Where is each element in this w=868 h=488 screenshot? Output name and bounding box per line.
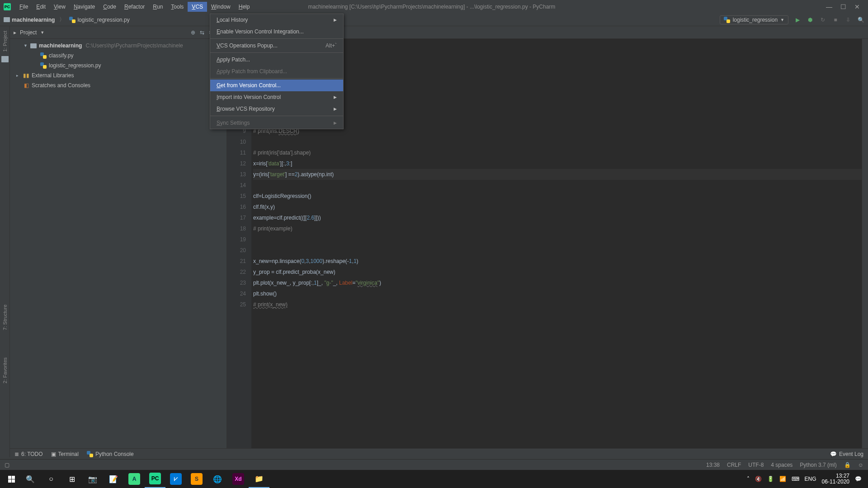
camera-app[interactable]: 📷 bbox=[82, 470, 103, 488]
code-line[interactable]: # print(x_new) bbox=[253, 299, 862, 310]
code-line[interactable]: example=clf.predict(([[2.6]])) bbox=[253, 212, 862, 223]
vcs-menu-item[interactable]: Browse VCS Repository▶ bbox=[210, 103, 343, 115]
android-studio-app[interactable]: A bbox=[124, 470, 145, 488]
code-line[interactable] bbox=[253, 136, 862, 147]
code-line[interactable]: x_new=np.linspace(0,3,1000).reshape(-1,1… bbox=[253, 256, 862, 267]
folder-icon[interactable] bbox=[1, 56, 9, 62]
structure-tool-tab[interactable]: 7: Structure bbox=[2, 305, 8, 330]
volume-icon[interactable]: 🔇 bbox=[755, 476, 762, 482]
menu-tools[interactable]: Tools bbox=[167, 2, 188, 12]
vscode-app[interactable]: ⩗ bbox=[165, 470, 186, 488]
code-line[interactable]: # print(iris['data'].shape) bbox=[253, 147, 862, 158]
run-configuration-selector[interactable]: logistic_regression ▼ bbox=[720, 15, 788, 24]
code-line[interactable] bbox=[253, 104, 862, 115]
run-button[interactable]: ▶ bbox=[794, 16, 801, 23]
menu-edit[interactable]: Edit bbox=[32, 2, 50, 12]
pycharm-app[interactable]: PC bbox=[145, 470, 165, 488]
run-with-coverage-button[interactable]: ↻ bbox=[819, 16, 826, 23]
vcs-menu-item[interactable]: Enable Version Control Integration... bbox=[210, 26, 343, 38]
update-project-button[interactable]: ⇩ bbox=[844, 16, 852, 23]
lock-icon[interactable]: 🔒 bbox=[844, 462, 851, 468]
code-line[interactable]: clf=LogisticRegression() bbox=[253, 191, 862, 202]
notes-app[interactable]: 📝 bbox=[103, 470, 124, 488]
terminal-tool-button[interactable]: ▣ Terminal bbox=[51, 451, 79, 457]
code-line[interactable]: ris() bbox=[253, 82, 862, 93]
battery-icon[interactable]: 🔋 bbox=[767, 476, 774, 482]
code-line[interactable] bbox=[253, 61, 862, 71]
inspector-icon[interactable]: ☺ bbox=[858, 462, 863, 468]
tree-scratches[interactable]: ◧ Scratches and Consoles bbox=[10, 80, 226, 90]
code-line[interactable]: x=iris['data'][:,3:] bbox=[253, 158, 862, 169]
maximize-button[interactable]: ☐ bbox=[840, 3, 846, 10]
file-encoding[interactable]: UTF-8 bbox=[748, 462, 764, 468]
clock[interactable]: 13:27 06-11-2020 bbox=[822, 473, 849, 485]
task-view-button[interactable]: ⊞ bbox=[61, 470, 82, 488]
code-line[interactable] bbox=[253, 234, 862, 245]
keyboard-icon[interactable]: ⌨ bbox=[792, 476, 799, 482]
indent-setting[interactable]: 4 spaces bbox=[771, 462, 793, 468]
code-line[interactable]: plot as plt bbox=[253, 39, 862, 50]
code-line[interactable]: model import LogisticRegression bbox=[253, 71, 862, 82]
tray-expand-icon[interactable]: ˄ bbox=[747, 476, 750, 482]
chrome-app[interactable]: 🌐 bbox=[207, 470, 228, 488]
stop-button[interactable]: ■ bbox=[832, 16, 839, 23]
file-explorer-app[interactable]: 📁 bbox=[249, 470, 269, 488]
debug-button[interactable]: ⬢ bbox=[807, 16, 814, 23]
vcs-menu-item[interactable]: Apply Patch... bbox=[210, 54, 343, 66]
search-button[interactable]: 🔍 bbox=[20, 470, 41, 488]
menu-run[interactable]: Run bbox=[149, 2, 167, 12]
minimize-button[interactable]: — bbox=[826, 3, 832, 10]
tool-windows-toggle-icon[interactable]: ▢ bbox=[5, 462, 9, 468]
sublime-app[interactable]: S bbox=[186, 470, 207, 488]
vcs-menu-item[interactable]: Import into Version Control▶ bbox=[210, 91, 343, 103]
menu-refactor[interactable]: Refactor bbox=[120, 2, 149, 12]
code-line[interactable]: # print(iris.DESCR) bbox=[253, 126, 862, 136]
event-log-button[interactable]: 💬 Event Log bbox=[830, 451, 863, 457]
todo-tool-button[interactable]: ≣ 6: TODO bbox=[14, 451, 43, 457]
code-line[interactable]: # print(example) bbox=[253, 223, 862, 234]
vcs-menu-item[interactable]: Get from Version Control... bbox=[210, 80, 343, 91]
menu-help[interactable]: Help bbox=[235, 2, 254, 12]
menu-navigate[interactable]: Navigate bbox=[70, 2, 99, 12]
code-line[interactable]: clf.fit(x,y) bbox=[253, 202, 862, 212]
tree-project-root[interactable]: ▼ machinelearning C:\Users\hp\PycharmPro… bbox=[10, 41, 226, 51]
close-button[interactable]: ✕ bbox=[854, 3, 860, 10]
cursor-position[interactable]: 13:38 bbox=[706, 462, 720, 468]
line-separator[interactable]: CRLF bbox=[727, 462, 741, 468]
notifications-icon[interactable]: 💬 bbox=[855, 476, 862, 482]
code-line[interactable] bbox=[253, 180, 862, 191]
menu-window[interactable]: Window bbox=[207, 2, 235, 12]
menu-view[interactable]: View bbox=[50, 2, 70, 12]
code-line[interactable] bbox=[253, 245, 862, 256]
vcs-menu-item[interactable]: Local History▶ bbox=[210, 14, 343, 26]
code-line[interactable]: y=(iris['target'] ==2).astype(np.int) bbox=[253, 169, 862, 180]
language-indicator[interactable]: ENG bbox=[805, 476, 816, 482]
wifi-icon[interactable]: 📶 bbox=[779, 476, 786, 482]
python-interpreter[interactable]: Python 3.7 (ml) bbox=[800, 462, 836, 468]
code-line[interactable]: eys())) bbox=[253, 93, 862, 104]
python-console-tool-button[interactable]: Python Console bbox=[87, 451, 134, 457]
expand-all-icon[interactable]: ⇆ bbox=[200, 29, 204, 36]
code-line[interactable]: # print(iris['data']) bbox=[253, 115, 862, 126]
locate-icon[interactable]: ⊕ bbox=[191, 29, 195, 36]
project-tool-tab[interactable]: 1: Project bbox=[2, 31, 8, 52]
project-panel-title[interactable]: ▸ Project ▼ bbox=[14, 29, 44, 36]
tree-file[interactable]: logistic_regression.py bbox=[10, 61, 226, 70]
tree-external-libraries[interactable]: ▸ ▮▮ External Libraries bbox=[10, 70, 226, 80]
menu-vcs[interactable]: VCS bbox=[188, 2, 207, 12]
code-line[interactable]: datasets bbox=[253, 50, 862, 61]
tree-file[interactable]: classify.py bbox=[10, 51, 226, 61]
code-line[interactable]: plt.show() bbox=[253, 288, 862, 299]
vcs-menu-item[interactable]: VCS Operations Popup...Alt+` bbox=[210, 40, 343, 52]
menu-file[interactable]: File bbox=[15, 2, 32, 12]
code-line[interactable]: plt.plot(x_new_, y_prop[:,1]_, "g-"_, La… bbox=[253, 277, 862, 288]
start-button[interactable] bbox=[3, 470, 20, 488]
code-line[interactable]: y_prop = clf.predict_proba(x_new) bbox=[253, 267, 862, 277]
menu-code[interactable]: Code bbox=[99, 2, 120, 12]
search-everywhere-button[interactable]: 🔍 bbox=[857, 16, 864, 23]
adobe-xd-app[interactable]: Xd bbox=[228, 470, 249, 488]
favorites-tool-tab[interactable]: 2: Favorites bbox=[2, 357, 8, 383]
breadcrumb-project[interactable]: machinelearning bbox=[12, 17, 55, 23]
breadcrumb-file[interactable]: logistic_regression.py bbox=[77, 17, 129, 23]
cortana-button[interactable]: ○ bbox=[41, 470, 61, 488]
